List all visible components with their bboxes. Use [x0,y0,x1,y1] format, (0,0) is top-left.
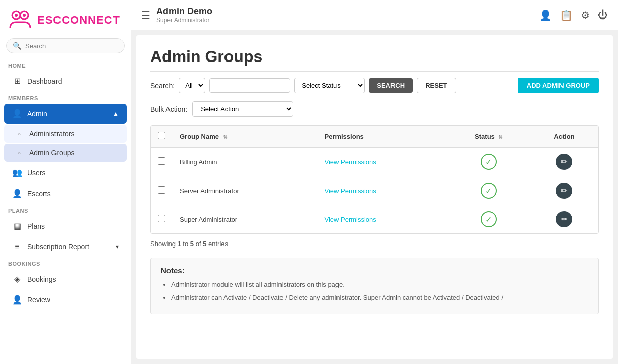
row-checkbox[interactable] [158,215,165,222]
pagination-info: Showing 1 to 5 of 5 entries [150,240,599,248]
sidebar-item-label: Users [27,169,46,177]
pagination-entries: entries [208,240,228,248]
list-item: Administrator can Activate / Deactivate … [171,293,588,303]
row-checkbox[interactable] [158,186,165,194]
notes-list: Administrator module will list all admin… [161,280,588,302]
header-icons: 👤 📋 ⚙ ⏻ [539,9,608,21]
group-name-value: Server Administrator [180,187,239,195]
header-subtitle: Super Administrator [156,17,533,24]
sidebar-item-label: Plans [27,222,45,230]
table-row: Server Administrator View Permissions ✓ … [151,176,598,205]
row-checkbox-cell [151,147,173,176]
row-checkbox[interactable] [158,157,165,165]
circle-icon: ○ [14,150,24,156]
header-title: Admin Demo [156,6,533,17]
action-header: Action [530,126,598,147]
section-label-members: MEMBERS [0,91,131,103]
group-name-cell: Super Administrator [173,205,317,234]
edit-button[interactable]: ✏ [556,183,572,199]
action-cell: ✏ [530,176,598,205]
sidebar-item-label: Admin Groups [29,149,74,157]
logo-text: ESCCONNECT [37,14,120,27]
list-item: Administrator module will list all admin… [171,280,588,290]
bulk-action-select[interactable]: Select Action Delete Activate Deactivate [192,101,293,117]
sidebar-item-administrators[interactable]: ○ Administrators [4,125,127,143]
group-name-value: Billing Admin [180,158,217,166]
main-area: ☰ Admin Demo Super Administrator 👤 📋 ⚙ ⏻… [131,0,618,364]
sidebar-item-plans[interactable]: ▦ Plans [4,216,127,236]
bulk-label: Bulk Action: [150,105,187,113]
group-name-label: Group Name [180,133,219,140]
view-permissions-link[interactable]: View Permissions [324,216,376,223]
clipboard-icon[interactable]: 📋 [560,9,573,21]
sidebar-item-review[interactable]: 👤 Review [4,290,127,310]
section-label-plans: PLANS [0,204,131,216]
escorts-icon: 👤 [12,189,22,198]
content-area: Admin Groups Search: All Select Status A… [136,35,613,359]
sidebar-item-dashboard[interactable]: ⊞ Dashboard [4,71,127,91]
gear-icon[interactable]: ⚙ [581,9,590,21]
power-icon[interactable]: ⏻ [598,9,608,21]
admin-groups-table: Group Name ⇅ Permissions Status ⇅ Action [150,125,599,234]
status-active-icon: ✓ [481,211,497,227]
sidebar-item-admin[interactable]: 👤 Admin ▲ [4,104,127,124]
sidebar-item-label: Administrators [29,130,74,138]
sidebar-search-bar[interactable]: 🔍 [6,38,125,53]
notes-title: Notes: [161,266,588,275]
sidebar-item-admin-groups[interactable]: ○ Admin Groups [4,144,127,162]
group-name-header: Group Name ⇅ [173,126,317,147]
user-icon[interactable]: 👤 [539,9,552,21]
table-row: Billing Admin View Permissions ✓ ✏ [151,147,598,176]
sidebar-item-bookings[interactable]: ◈ Bookings [4,269,127,289]
users-icon: 👥 [12,168,22,177]
search-input[interactable] [25,42,118,50]
section-label-home: HOME [0,58,131,71]
search-filter-select[interactable]: All [179,78,205,93]
reset-button[interactable]: RESET [417,78,456,93]
edit-button[interactable]: ✏ [556,154,572,170]
table-row: Super Administrator View Permissions ✓ ✏ [151,205,598,234]
sidebar-item-subscription-report[interactable]: ≡ Subscription Report ▾ [4,237,127,256]
edit-button[interactable]: ✏ [556,211,572,227]
sidebar-item-label: Subscription Report [27,242,89,251]
subscription-icon: ≡ [12,242,22,251]
status-cell: ✓ [447,147,530,176]
search-button[interactable]: SEARCH [369,78,413,93]
pagination-of: 5 [203,240,206,248]
group-name-cell: Billing Admin [173,147,317,176]
sidebar-item-label: Review [27,296,50,304]
permissions-cell: View Permissions [317,147,447,176]
permissions-cell: View Permissions [317,205,447,234]
review-icon: 👤 [12,295,22,305]
chevron-up-icon: ▲ [113,110,119,117]
notes-box: Notes: Administrator module will list al… [150,258,599,314]
action-cell: ✏ [530,205,598,234]
dashboard-icon: ⊞ [12,76,22,86]
admin-icon: 👤 [12,109,22,118]
svg-point-2 [15,14,18,17]
row-checkbox-cell [151,176,173,205]
select-all-checkbox[interactable] [158,132,165,139]
search-text-input[interactable] [209,78,290,93]
page-title: Admin Groups [150,47,599,72]
sort-icon: ⇅ [223,134,227,140]
search-label: Search: [150,82,175,90]
status-active-icon: ✓ [481,154,497,170]
sort-icon-status: ⇅ [498,134,502,140]
view-permissions-link[interactable]: View Permissions [324,158,376,166]
circle-icon: ○ [14,131,24,137]
sidebar-item-users[interactable]: 👥 Users [4,163,127,183]
menu-icon[interactable]: ☰ [141,9,150,21]
sidebar-item-escorts[interactable]: 👤 Escorts [4,184,127,203]
status-select[interactable]: Select Status Active Inactive [294,78,365,93]
status-cell: ✓ [447,205,530,234]
sidebar-item-label: Dashboard [27,77,62,85]
plans-icon: ▦ [12,221,22,231]
view-permissions-link[interactable]: View Permissions [324,187,376,195]
row-checkbox-cell [151,205,173,234]
status-label: Status [475,133,495,140]
svg-point-3 [23,14,26,17]
status-cell: ✓ [447,176,530,205]
permissions-cell: View Permissions [317,176,447,205]
add-admin-group-button[interactable]: ADD ADMIN GROUP [518,78,599,93]
